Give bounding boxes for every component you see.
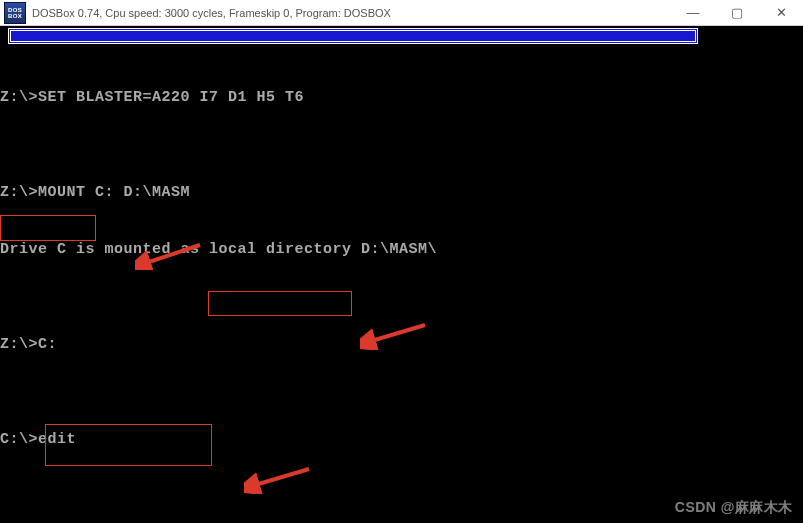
terminal-line: Z:\>C: [0,335,803,354]
terminal-line: C:\>edit [0,430,803,449]
terminal-line: Drive C is mounted as local directory D:… [0,240,803,259]
maximize-button[interactable]: ▢ [715,0,759,26]
minimize-button[interactable]: — [671,0,715,26]
minimize-icon: — [687,5,700,20]
window-title: DOSBox 0.74, Cpu speed: 3000 cycles, Fra… [32,7,391,19]
terminal-line: Z:\>SET BLASTER=A220 I7 D1 H5 T6 [0,88,803,107]
close-button[interactable]: ✕ [759,0,803,26]
editor-title-remnant [8,28,698,44]
close-icon: ✕ [776,5,787,20]
terminal-content: Z:\>SET BLASTER=A220 I7 D1 H5 T6 Z:\>MOU… [0,50,803,523]
dosbox-icon: DOS BOX [4,2,26,24]
dosbox-terminal[interactable]: Z:\>SET BLASTER=A220 I7 D1 H5 T6 Z:\>MOU… [0,26,803,523]
terminal-line: Z:\>MOUNT C: D:\MASM [0,183,803,202]
maximize-icon: ▢ [731,5,743,20]
watermark-text: CSDN @麻麻木木 [675,498,793,517]
icon-text-bot: BOX [8,13,22,19]
window-titlebar: DOS BOX DOSBox 0.74, Cpu speed: 3000 cyc… [0,0,803,26]
